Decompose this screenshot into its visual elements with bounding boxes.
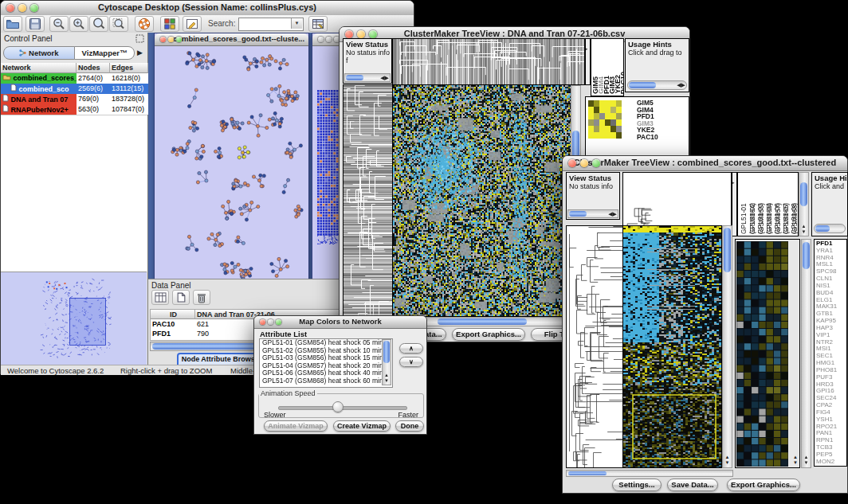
dialog-titlebar[interactable]: Map Colors to Network [254,316,426,329]
treeview2-hscrollbar[interactable] [566,470,733,477]
usage-hints-scrollbar[interactable] [814,224,846,233]
create-vizmap-button[interactable]: Create Vizmap [333,420,391,432]
move-up-button[interactable]: ∧ [399,343,423,354]
close-button[interactable] [160,37,166,42]
zoom-window-button[interactable] [30,4,38,12]
gene-label[interactable]: PUF3 [816,374,846,381]
delete-attribute-button[interactable] [193,290,210,305]
scroll-down-icon[interactable]: ▼ [383,378,391,383]
minimize-button[interactable] [357,30,365,38]
column-label[interactable]: GPL51-08 (GSM872) [790,174,799,234]
main-titlebar[interactable]: Cytoscape Desktop (Session Name: collins… [1,1,414,16]
minimize-button[interactable] [580,159,588,167]
zoom-in-button[interactable] [69,16,88,32]
column-label[interactable]: GPL51-04 (GSM857) [765,174,774,234]
treeview2-zoom-heatmap[interactable] [736,241,788,467]
gene-label[interactable]: NTR2 [816,339,846,346]
treeview2-heatmap[interactable] [622,225,722,468]
attribute-list-scrollbar[interactable]: ▲ ▼ [382,339,391,385]
gene-label[interactable]: MSI1 [816,346,846,352]
tab-vizmapper[interactable]: VizMapper™ [74,46,135,60]
gene-label[interactable]: HAP3 [816,325,846,331]
gene-label[interactable]: GTB1 [816,311,846,317]
scroll-arrows[interactable]: ◀▶ [380,74,389,82]
select-attributes-button[interactable] [151,290,169,305]
gene-label[interactable]: RNR4 [816,255,846,261]
scroll-down-icon[interactable]: ▼ [793,460,798,465]
scroll-down-icon[interactable]: ▼ [802,460,811,465]
treeview1-heatmap[interactable] [392,84,571,317]
gene-label[interactable]: HRD3 [816,381,846,388]
network-row[interactable]: DNA and Tran 07 769(0) 183728(0) [1,94,148,104]
gene-label[interactable]: MAK31 [816,303,846,310]
gene-label[interactable]: TCB3 [816,444,846,451]
export-graphics-button[interactable]: Export Graphics... [727,479,800,491]
column-label[interactable]: GPL51-01 (GSM854) [740,174,748,234]
float-panel-icon[interactable] [135,34,144,43]
column-label[interactable]: GPL51-03 (GSM856) [756,174,765,234]
new-attribute-button[interactable] [172,290,190,305]
scroll-arrows[interactable]: ◀▶ [677,81,685,89]
close-button[interactable] [345,30,353,38]
gene-label[interactable]: RPN1 [816,437,846,443]
open-session-button[interactable] [3,16,22,32]
gene-label[interactable]: MSL1 [816,261,846,268]
gene-label[interactable]: FIG4 [816,409,846,416]
close-button[interactable] [568,159,576,167]
annotation-button[interactable] [183,16,202,32]
gene-label[interactable]: ELG1 [816,297,846,303]
move-down-button[interactable]: ∨ [399,357,423,367]
speed-slider-thumb[interactable] [332,401,344,412]
gene-label[interactable]: NIS1 [816,283,846,289]
scroll-up-icon[interactable]: ▲ [793,455,798,459]
treeview1-splitter[interactable]: ▸ [585,38,591,85]
network-row[interactable]: combined_scores_ 2764(0) 16218(0) [1,73,148,84]
column-label[interactable]: GPL51-07 (GSM868) [782,174,791,234]
gene-label[interactable]: BUD4 [816,290,846,296]
treeview1-mini-heatmap[interactable] [588,100,622,139]
scroll-arrows[interactable]: ◀▶ [608,210,617,218]
export-graphics-button[interactable]: Export Graphics... [452,328,525,341]
gene-label[interactable]: GPI16 [816,388,846,394]
scroll-down-icon[interactable]: ▼ [799,229,808,234]
treeview2-titlebar[interactable]: ClusterMaker TreeView : combined_scores_… [563,156,847,171]
col-network[interactable]: Network [1,63,77,73]
zoom-out-button[interactable] [49,16,69,32]
minimize-button[interactable] [168,37,174,42]
treeview1-column-dendrogram[interactable] [392,38,585,85]
gene-label[interactable]: HMG1 [816,360,846,366]
gene-label[interactable]: RPO21 [816,424,846,430]
save-session-button[interactable] [26,16,45,32]
gene-label[interactable]: PFD1 [816,240,846,247]
zoom-window-button[interactable] [176,37,182,42]
usage-hints-scrollbar[interactable]: ◀▶ [627,80,687,90]
gene-label[interactable]: PHO81 [816,367,846,373]
row-id[interactable]: PAC10 [151,319,195,329]
settings-button[interactable]: Settings... [612,479,662,491]
done-button[interactable]: Done [395,420,424,432]
network-canvas-2[interactable] [317,89,341,244]
gene-label[interactable]: YRA1 [816,248,846,254]
col-edges[interactable]: Edges [110,63,148,73]
network-row-selected[interactable]: combined_sco 2569(6) 13112(15) [1,84,148,94]
minimize-button[interactable] [18,4,26,12]
gene-label[interactable]: SEC1 [816,353,846,359]
minimize-button[interactable] [326,37,332,42]
attribute-listbox[interactable]: GPL51-01 (GSM854) heat shock 05 minGPL51… [259,338,393,388]
attribute-list-item[interactable]: GPL51-07 (GSM868) heat shock 60 min [260,377,392,385]
column-label[interactable]: GPL51-06 (GSM865) [773,174,782,234]
treeview2-genelist-scrollbar[interactable]: ▲ ▼ [801,239,811,468]
network-overview[interactable] [1,272,147,365]
col-id[interactable]: ID [151,310,195,319]
view-status-scrollbar[interactable]: ◀▶ [567,209,618,218]
attribute-browser-button[interactable] [308,16,328,32]
zoom-window-button[interactable] [592,159,600,167]
gene-label[interactable]: MON2 [816,459,846,465]
gene-label[interactable]: PAN1 [816,430,846,436]
gene-label[interactable]: KAP95 [816,318,846,324]
save-data-button[interactable]: Save Data... [667,479,718,491]
vizmapper-button[interactable] [160,16,179,32]
treeview1-row-dendrogram[interactable] [343,84,394,317]
scroll-up-icon[interactable]: ▲ [799,224,808,229]
tab-network[interactable]: Network [3,46,75,60]
